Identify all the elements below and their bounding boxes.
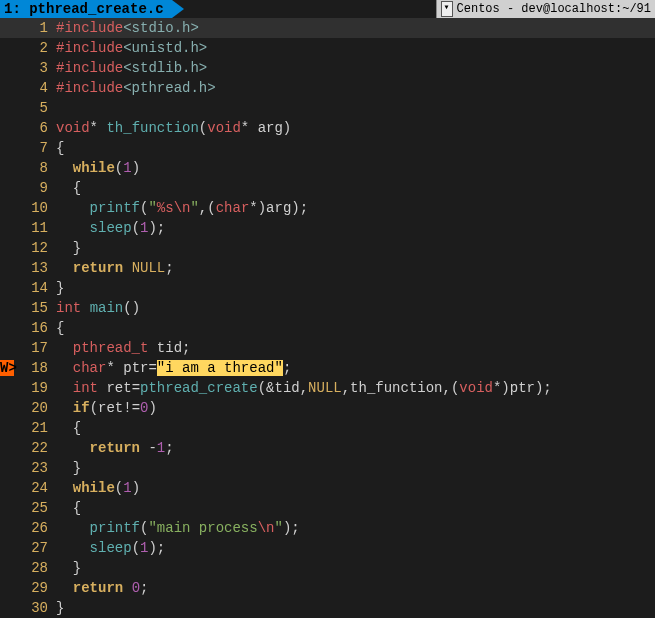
buffer-tab-label: 1: pthread_create.c [4, 1, 164, 17]
code-line[interactable]: W>18 char* ptr="i am a thread"; [0, 358, 655, 378]
code-content[interactable]: while(1) [56, 480, 655, 496]
code-content[interactable]: #include<unistd.h> [56, 40, 655, 56]
code-line[interactable]: 11 sleep(1); [0, 218, 655, 238]
code-line[interactable]: 14} [0, 278, 655, 298]
code-content[interactable]: char* ptr="i am a thread"; [56, 360, 655, 376]
line-number: 8 [14, 160, 56, 176]
line-number: 27 [14, 540, 56, 556]
line-number: 13 [14, 260, 56, 276]
line-number: 6 [14, 120, 56, 136]
line-number: 11 [14, 220, 56, 236]
code-content[interactable]: { [56, 500, 655, 516]
line-number: 17 [14, 340, 56, 356]
line-number: 26 [14, 520, 56, 536]
code-content[interactable]: { [56, 420, 655, 436]
code-line[interactable]: 12 } [0, 238, 655, 258]
code-content[interactable]: while(1) [56, 160, 655, 176]
line-number: 23 [14, 460, 56, 476]
code-line[interactable]: 8 while(1) [0, 158, 655, 178]
line-number: 28 [14, 560, 56, 576]
line-number: 20 [14, 400, 56, 416]
code-line[interactable]: 23 } [0, 458, 655, 478]
code-content[interactable]: return 0; [56, 580, 655, 596]
code-line[interactable]: 13 return NULL; [0, 258, 655, 278]
line-number: 5 [14, 100, 56, 116]
code-line[interactable]: 27 sleep(1); [0, 538, 655, 558]
code-line[interactable]: 15int main() [0, 298, 655, 318]
code-line[interactable]: 6void* th_function(void* arg) [0, 118, 655, 138]
code-line[interactable]: 29 return 0; [0, 578, 655, 598]
code-content[interactable]: } [56, 240, 655, 256]
code-content[interactable]: #include<stdlib.h> [56, 60, 655, 76]
code-content[interactable]: #include<pthread.h> [56, 80, 655, 96]
line-number: 4 [14, 80, 56, 96]
code-line[interactable]: 19 int ret=pthread_create(&tid,NULL,th_f… [0, 378, 655, 398]
session-info[interactable]: ▾ Centos - dev@localhost:~/91 [436, 0, 655, 18]
code-line[interactable]: 9 { [0, 178, 655, 198]
line-number: 12 [14, 240, 56, 256]
line-number: 3 [14, 60, 56, 76]
code-line[interactable]: 24 while(1) [0, 478, 655, 498]
code-line[interactable]: 17 pthread_t tid; [0, 338, 655, 358]
code-content[interactable]: } [56, 460, 655, 476]
code-line[interactable]: 10 printf("%s\n",(char*)arg); [0, 198, 655, 218]
top-bar: 1: pthread_create.c ▾ Centos - dev@local… [0, 0, 655, 18]
code-content[interactable]: } [56, 280, 655, 296]
warning-gutter-icon: W> [0, 360, 14, 376]
line-number: 29 [14, 580, 56, 596]
top-spacer [172, 0, 436, 18]
code-content[interactable]: { [56, 320, 655, 336]
code-content[interactable]: printf("%s\n",(char*)arg); [56, 200, 655, 216]
line-number: 25 [14, 500, 56, 516]
code-content[interactable]: { [56, 180, 655, 196]
code-content[interactable]: #include<stdio.h> [56, 20, 655, 36]
line-number: 22 [14, 440, 56, 456]
line-number: 30 [14, 600, 56, 616]
session-label: Centos - dev@localhost:~/91 [457, 2, 651, 16]
code-content[interactable]: { [56, 140, 655, 156]
code-line[interactable]: 21 { [0, 418, 655, 438]
line-number: 24 [14, 480, 56, 496]
buffer-tab[interactable]: 1: pthread_create.c [0, 0, 172, 18]
line-number: 10 [14, 200, 56, 216]
code-line[interactable]: 30} [0, 598, 655, 618]
code-line[interactable]: 16{ [0, 318, 655, 338]
line-number: 14 [14, 280, 56, 296]
code-content[interactable]: pthread_t tid; [56, 340, 655, 356]
pin-icon: ▾ [441, 1, 453, 17]
code-content[interactable]: int ret=pthread_create(&tid,NULL,th_func… [56, 380, 655, 396]
code-line[interactable]: 7{ [0, 138, 655, 158]
code-content[interactable]: if(ret!=0) [56, 400, 655, 416]
code-content[interactable]: sleep(1); [56, 540, 655, 556]
line-number: 2 [14, 40, 56, 56]
code-editor[interactable]: 1#include<stdio.h>2#include<unistd.h>3#i… [0, 18, 655, 618]
code-line[interactable]: 28 } [0, 558, 655, 578]
code-line[interactable]: 25 { [0, 498, 655, 518]
code-line[interactable]: 3#include<stdlib.h> [0, 58, 655, 78]
code-line[interactable]: 26 printf("main process\n"); [0, 518, 655, 538]
line-number: 16 [14, 320, 56, 336]
code-content[interactable]: } [56, 600, 655, 616]
code-content[interactable]: void* th_function(void* arg) [56, 120, 655, 136]
code-content[interactable]: printf("main process\n"); [56, 520, 655, 536]
line-number: 7 [14, 140, 56, 156]
line-number: 21 [14, 420, 56, 436]
code-line[interactable]: 5 [0, 98, 655, 118]
code-line[interactable]: 4#include<pthread.h> [0, 78, 655, 98]
code-line[interactable]: 20 if(ret!=0) [0, 398, 655, 418]
code-line[interactable]: 2#include<unistd.h> [0, 38, 655, 58]
code-content[interactable]: int main() [56, 300, 655, 316]
line-number: 18 [14, 360, 56, 376]
code-content[interactable]: sleep(1); [56, 220, 655, 236]
line-number: 9 [14, 180, 56, 196]
code-line[interactable]: 22 return -1; [0, 438, 655, 458]
line-number: 1 [14, 20, 56, 36]
line-number: 15 [14, 300, 56, 316]
line-number: 19 [14, 380, 56, 396]
code-content[interactable]: return -1; [56, 440, 655, 456]
code-content[interactable]: return NULL; [56, 260, 655, 276]
code-line[interactable]: 1#include<stdio.h> [0, 18, 655, 38]
code-content[interactable]: } [56, 560, 655, 576]
